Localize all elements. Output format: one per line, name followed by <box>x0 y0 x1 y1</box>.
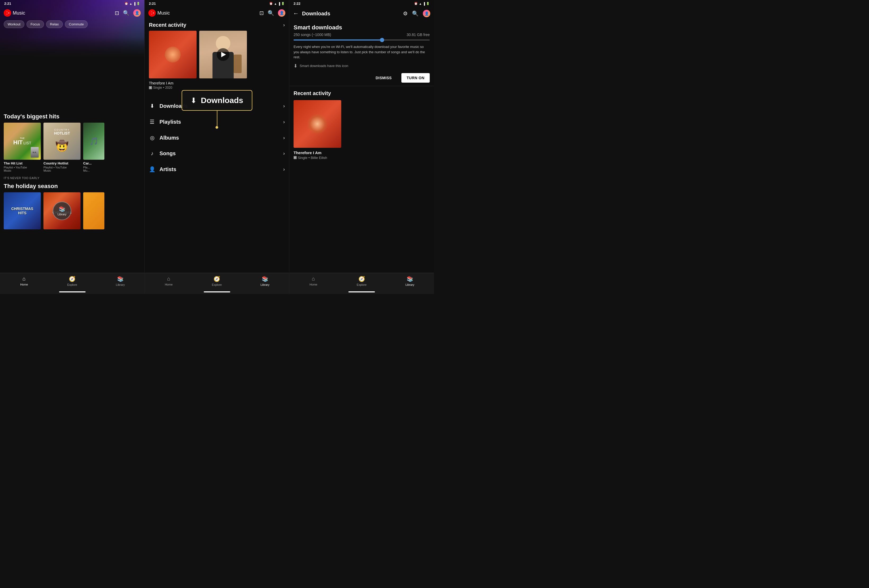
smart-description: Every night when you're on Wi-Fi, we'll … <box>294 44 430 60</box>
search-icon[interactable]: 🔍 <box>123 10 129 16</box>
albums-label: Albums <box>160 135 179 141</box>
search-icon-p2[interactable]: 🔍 <box>268 10 274 16</box>
card-this-xmas-thumb: THISCHRISTMAS 📚 Library <box>43 192 80 230</box>
card-xmas[interactable]: CHRISTMASHITS <box>4 192 41 230</box>
mood-chip-relax[interactable]: Relax <box>46 21 63 28</box>
card-holiday-3[interactable] <box>83 192 104 230</box>
bottom-nav-p3: ⌂ Home 🧭 Explore 📚 Library <box>289 273 434 294</box>
library-content: Recent activity › Therefore I <box>145 18 289 294</box>
nav-home-p3[interactable]: ⌂ Home <box>289 276 338 286</box>
battery-icon: 🔋 <box>136 2 140 5</box>
alarm-icon-p3: ⏰ <box>414 2 418 5</box>
home-content: Today's biggest hits THE HIT LIST B.E. <box>0 58 144 294</box>
status-icons-p2: ⏰ ▲ ▐ 🔋 <box>269 2 285 5</box>
playlists-label: Playlists <box>160 119 181 125</box>
status-icons: ⏰ ▲ ▐ 🔋 <box>125 2 140 5</box>
smart-meta-row: 250 songs (~1000 MB) 30.81 GB free <box>294 33 430 37</box>
search-icon-p3[interactable]: 🔍 <box>412 10 418 17</box>
nav-home[interactable]: ⌂ Home <box>0 276 48 286</box>
cast-icon[interactable]: ⊡ <box>115 10 119 16</box>
recent-activity-title-p3: Recent activity <box>294 90 430 96</box>
library-overlay: 📚 Library <box>53 201 71 220</box>
nav-explore[interactable]: 🧭 Explore <box>48 276 96 286</box>
recent-thumb-1[interactable] <box>149 31 197 78</box>
library-item-albums[interactable]: ◎ Albums › <box>145 130 289 146</box>
recent-song-title: Therefore I Am <box>149 81 285 85</box>
featured-cards: THE HIT LIST B.E. The Hit List Playlist … <box>4 123 141 172</box>
signal-icon-p3: ▐ <box>423 2 425 5</box>
downloads-content: Smart downloads 250 songs (~1000 MB) 30.… <box>289 20 434 294</box>
smart-storage-free: 30.81 GB free <box>407 33 430 37</box>
user-avatar-p2[interactable]: 👤 <box>278 9 285 17</box>
nav-explore-p3[interactable]: 🧭 Explore <box>338 276 386 286</box>
songs-icon: ♪ <box>149 150 155 157</box>
home-icon: ⌂ <box>22 276 26 282</box>
nav-library[interactable]: 📚 Library <box>96 276 144 286</box>
play-overlay[interactable] <box>217 48 230 61</box>
card-this-xmas[interactable]: THISCHRISTMAS 📚 Library <box>43 192 80 230</box>
status-time-p3: 2:22 <box>294 1 300 6</box>
app-title-text: Music <box>13 10 25 16</box>
nav-library-p2[interactable]: 📚 Library <box>241 276 289 286</box>
cast-icon-p2[interactable]: ⊡ <box>260 10 264 16</box>
slider-track <box>294 40 430 40</box>
explore-icon: 🧭 <box>69 276 76 282</box>
signal-icon: ▐ <box>133 2 135 5</box>
holiday-title: The holiday season <box>4 183 141 190</box>
nav-home-p2[interactable]: ⌂ Home <box>145 276 193 286</box>
status-time-p2: 2:21 <box>149 1 156 6</box>
header-actions: ⊡ 🔍 👤 <box>115 9 141 17</box>
nav-explore-label: Explore <box>67 283 77 286</box>
mood-chips-container: Workout Focus Relax Commute <box>0 18 144 30</box>
recent-thumb-2[interactable] <box>199 31 247 78</box>
downloads-header-actions: ⚙ 🔍 👤 <box>403 10 430 17</box>
card-hitlist-title: The Hit List <box>4 161 41 165</box>
songs-label: Songs <box>160 150 176 157</box>
header-actions-p2: ⊡ 🔍 👤 <box>260 9 285 17</box>
status-icons-p3: ⏰ ▲ ▐ 🔋 <box>414 2 430 5</box>
nav-library-p3[interactable]: 📚 Library <box>386 276 434 286</box>
artists-icon: 👤 <box>149 166 155 172</box>
smart-actions: DISMISS TURN ON <box>294 73 430 83</box>
library-item-artists[interactable]: 👤 Artists › <box>145 161 289 177</box>
recent-album-thumb[interactable] <box>294 100 341 148</box>
user-avatar[interactable]: 👤 <box>133 9 141 17</box>
nav-explore-p2[interactable]: 🧭 Explore <box>193 276 241 286</box>
card-country[interactable]: COUNTRY HOTLIST 🤠 Country Hotlist Playli… <box>43 123 80 172</box>
nav-home-label-p3: Home <box>310 283 317 286</box>
slider-thumb[interactable] <box>380 38 384 42</box>
status-bar-p3: 2:22 ⏰ ▲ ▐ 🔋 <box>289 0 434 7</box>
nav-library-label-p3: Library <box>405 283 414 286</box>
card-hitlist[interactable]: THE HIT LIST B.E. The Hit List Playlist … <box>4 123 41 172</box>
card-hitlist-thumb: THE HIT LIST B.E. <box>4 123 41 160</box>
bottom-nav: ⌂ Home 🧭 Explore 📚 Library <box>0 273 144 294</box>
turn-on-button[interactable]: TURN ON <box>401 73 430 83</box>
settings-icon[interactable]: ⚙ <box>403 10 408 17</box>
library-item-songs[interactable]: ♪ Songs › <box>145 146 289 161</box>
mood-chip-focus[interactable]: Focus <box>27 21 44 28</box>
downloads-tooltip: ⬇ Downloads <box>181 90 252 111</box>
card-country-title: Country Hotlist <box>43 161 80 165</box>
app-logo-p2: Music <box>148 9 170 17</box>
mood-chip-commute[interactable]: Commute <box>65 21 88 28</box>
panel-library: 2:21 ⏰ ▲ ▐ 🔋 Music ⊡ 🔍 👤 Rece <box>145 0 289 294</box>
card-car[interactable]: 🎵 Car... Pla...Mu... <box>83 123 104 172</box>
mood-chip-workout[interactable]: Workout <box>4 21 24 28</box>
recent-activity-chevron[interactable]: › <box>283 22 285 28</box>
recent-activity-title: Recent activity <box>149 22 186 28</box>
tooltip-download-icon: ⬇ <box>190 96 197 105</box>
card-country-thumb: COUNTRY HOTLIST 🤠 <box>43 123 80 160</box>
recent-thumbs-row <box>145 31 289 78</box>
card-country-sub: Playlist • YouTube Music <box>43 166 80 172</box>
user-avatar-p3[interactable]: 👤 <box>423 10 430 17</box>
dismiss-button[interactable]: DISMISS <box>371 73 397 83</box>
back-button[interactable]: ← <box>293 10 299 17</box>
card-car-thumb: 🎵 <box>83 123 104 160</box>
nav-home-label: Home <box>20 283 28 286</box>
tooltip-text: Downloads <box>201 96 243 105</box>
recent-activity-section-p3: Recent activity Therefore I Am E Single … <box>289 86 434 164</box>
smart-icon-row: ⬇ Smart downloads have this icon <box>294 63 430 69</box>
library-icon: 📚 <box>117 276 124 282</box>
signal-icon-p2: ▐ <box>278 2 280 5</box>
home-icon-p2: ⌂ <box>167 276 171 282</box>
